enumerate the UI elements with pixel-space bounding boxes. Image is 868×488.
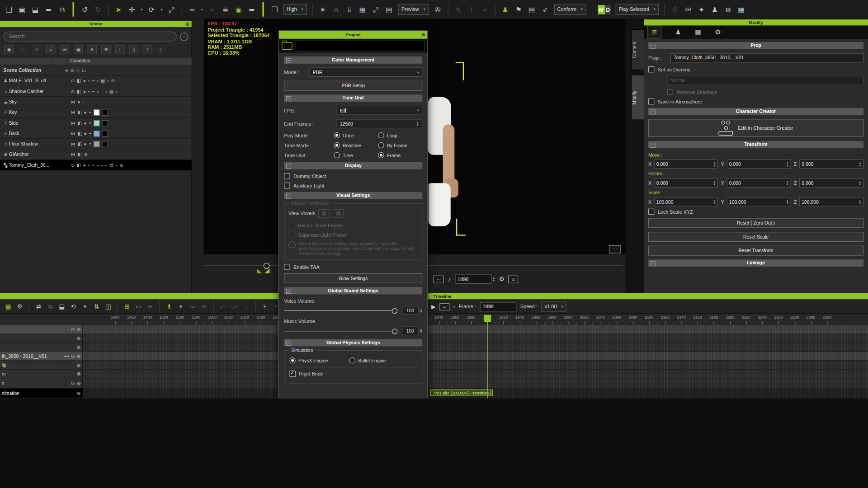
link-icon[interactable]: ∞ [185,0,198,19]
unlink-icon[interactable]: ∞ [205,0,218,19]
scene-row[interactable]: ✧Floor Shadow⋈◧●◓ [0,139,192,149]
select-icon[interactable]: ➤ [112,0,125,19]
scene-row[interactable]: Scene Collection●⊙△☐ [0,65,192,75]
end-frames-field[interactable]: 12500▲▼ [336,119,422,128]
close-circle-icon[interactable]: ⊗ [77,390,81,396]
scene-row[interactable]: ✧Back⋈◧●◓ [0,128,192,139]
scene-row[interactable]: ✧Key⋈◧●◓ [0,108,192,118]
caret-down-icon[interactable]: ▾ [105,89,107,94]
spinner[interactable]: ▲▼ [786,199,789,204]
scene-search-input[interactable] [3,32,176,42]
radio-option[interactable]: Once [334,132,378,138]
slider-knob[interactable] [392,328,397,334]
checkbox-row[interactable]: Lock Scale XYZ [648,209,863,215]
section-header[interactable]: ‒Transform [648,141,863,148]
viewport-frame-input[interactable] [455,274,491,284]
track-content[interactable] [0,370,868,378]
track-content[interactable] [0,352,868,360]
crowd-icon[interactable]: ♟ [708,0,721,19]
spinner[interactable]: ▲▼ [859,162,861,167]
open-file-icon[interactable]: ❏ [2,0,15,19]
dot-icon[interactable]: ● [84,120,87,125]
caret-down-icon[interactable]: ▾ [88,89,90,94]
dock-window-icon[interactable]: ❐ [268,0,281,19]
scene-row[interactable]: ⊕GIAnchor⋈◧⊘ [0,150,192,160]
link-icon[interactable]: ⊘ [111,78,115,83]
caption-icon[interactable]: ⋯ [434,275,444,283]
caret-down-icon[interactable]: ▾ [175,300,187,313]
range-mode-icon[interactable]: ▭ [439,303,449,310]
rename-icon[interactable]: I [115,45,125,54]
caret-down-icon[interactable]: ▾ [97,89,99,94]
shadow-color-swatch[interactable] [102,130,108,136]
caret-down-icon[interactable]: ▾ [97,79,99,83]
collapse-icon[interactable]: ‒ [651,261,656,266]
layers-icon[interactable]: ▤ [109,89,113,94]
loop-icon[interactable]: ⇄ [33,300,44,313]
speed-dropdown[interactable]: x1.00▾ [541,301,566,312]
range-marker-left-icon[interactable] [257,268,262,273]
checkbox-row[interactable]: Enable TAA [284,264,422,270]
close-circle-icon[interactable]: ⊗ [77,353,81,359]
radio-button[interactable] [289,357,295,363]
checkbox[interactable] [284,264,290,270]
scene-row[interactable]: ☁Sky⋈●▾ [0,97,192,107]
radio-button[interactable] [349,357,355,363]
chevron-down-icon[interactable]: ▾ [417,108,419,113]
axis-value-field[interactable]: 0.000▲▼ [727,178,791,188]
lock-icon[interactable]: ◧ [77,162,81,167]
sphere-icon[interactable]: ● [83,162,86,167]
snap-icon[interactable]: ⬌ [145,300,156,313]
flag-icon[interactable]: ⚑ [512,0,525,19]
export-icon[interactable]: ➦ [42,0,55,19]
scene-collapse-icon[interactable]: ◎ [185,21,189,27]
dialog-button[interactable]: PBR Setup [284,81,422,91]
controller-icon[interactable]: ♢ [668,0,681,19]
next-key-icon[interactable]: ⤻ [229,300,241,313]
track-label[interactable]: m⊗ [0,370,83,378]
close-circle-icon[interactable]: ⊗ [77,362,81,367]
caret-down-icon[interactable]: ▾ [158,0,165,19]
fps-combo[interactable]: 60▾ [336,106,422,115]
bowtie-icon[interactable]: ⋈ [71,110,75,115]
range-icon[interactable]: ▭ [133,300,145,313]
layers-icon[interactable]: ▤ [109,162,113,167]
shadow-color-swatch[interactable] [102,120,108,126]
checkbox-row[interactable]: Save in Atmosphere [648,99,863,104]
bowtie-icon[interactable]: ⋈ [71,99,75,104]
dash-icon[interactable]: – [101,89,103,94]
caret-down-icon[interactable]: ▾ [199,0,206,19]
export-media-icon[interactable]: ⧉ [55,0,68,19]
move-icon[interactable]: ✛ [125,0,138,19]
checkbox-icon[interactable]: ☐ [82,68,86,73]
caret-down-icon[interactable]: ▾ [88,79,90,83]
checkbox[interactable] [284,183,290,188]
undo-icon[interactable]: ↺ [78,0,91,19]
audio-icon[interactable]: ♪ [240,300,252,313]
slider-track[interactable] [284,328,397,334]
bell-icon[interactable]: ◓ [89,131,91,136]
magnet-icon[interactable]: ≋ [198,300,210,313]
checkbox-row[interactable]: Rigid Body [289,371,418,376]
lock-icon[interactable]: ◧ [77,131,81,136]
tab-content[interactable]: Content [631,29,644,70]
add-key-icon[interactable]: ⬆ [163,300,175,313]
dialog-button[interactable]: Glow Settings [284,273,422,283]
radio-option[interactable]: By Frame [378,142,422,148]
radio-option[interactable]: Time [334,152,378,158]
shadow-color-swatch[interactable] [102,141,108,147]
fullscreen-icon[interactable]: ⤢ [369,0,382,19]
collapse-icon[interactable]: ‒ [651,143,656,148]
radio-option[interactable]: Loop [378,132,422,138]
axis-value-field[interactable]: 100.000▲▼ [799,197,863,206]
track-content[interactable] [0,334,868,343]
radio-button[interactable] [378,152,384,158]
collapse-icon[interactable]: ‒ [286,289,291,294]
bowtie-icon[interactable]: ⋈ [71,152,75,157]
filter-icon[interactable]: ▽ [18,45,28,54]
texture-icon[interactable]: ▩ [691,26,704,38]
dot-icon[interactable]: ● [65,68,68,73]
quality-dropdown[interactable]: High▾ [283,4,307,15]
collapse-icon[interactable]: ‒ [651,109,656,114]
eye-icon[interactable]: ⊙ [71,89,75,94]
